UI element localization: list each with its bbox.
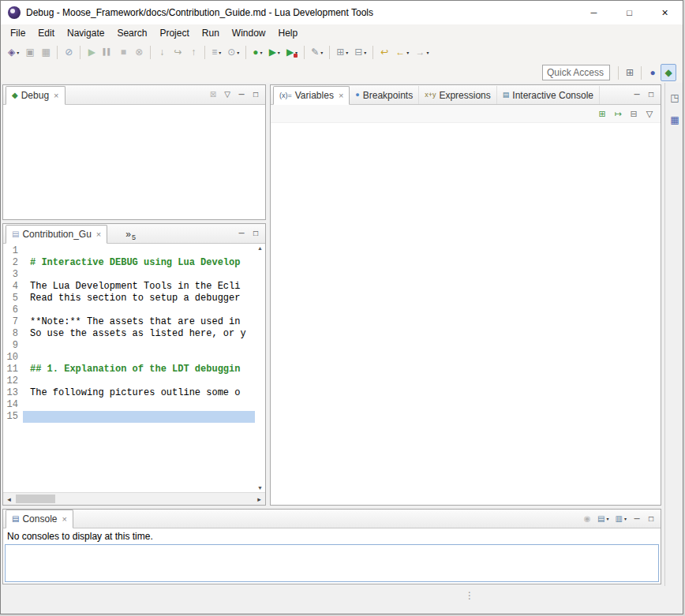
save-icon[interactable]: ▣	[22, 43, 38, 61]
disconnect-icon[interactable]: ⊗	[131, 43, 147, 61]
editor-line[interactable]: 8So use the assets as listed here, or y	[3, 328, 255, 340]
run-external-tools-icon[interactable]: ▶▾	[283, 43, 301, 61]
save-all-icon[interactable]: ▦	[38, 43, 54, 61]
menu-help[interactable]: Help	[272, 26, 305, 40]
console-text-viewer[interactable]	[5, 544, 659, 582]
vertical-scrollbar[interactable]: ▲ ▼	[255, 244, 265, 492]
display-selected-console-icon[interactable]: ▤▾	[594, 511, 612, 527]
dropdown-arrow-icon[interactable]: ▾	[406, 50, 409, 55]
editor-line[interactable]: 2# Interactive DEBUG using Lua Develop	[3, 257, 255, 269]
skip-all-breakpoints-icon[interactable]: ⊘	[61, 43, 77, 61]
editor-line[interactable]: 4The Lua Development Tools in the Ecli	[3, 281, 255, 293]
dropdown-arrow-icon[interactable]: ▾	[219, 50, 221, 55]
ldt-perspective-icon[interactable]: ●	[645, 64, 661, 81]
tab-breakpoints[interactable]: ●Breakpoints	[350, 86, 419, 104]
forward-icon[interactable]: →▾	[412, 43, 432, 61]
dropdown-arrow-icon[interactable]: ▾	[320, 50, 323, 55]
variables-view-content[interactable]	[271, 123, 661, 505]
new-wizard-icon[interactable]: ◈▾	[5, 43, 22, 61]
run-icon[interactable]: ▶▾	[266, 43, 283, 61]
menu-navigate[interactable]: Navigate	[61, 26, 110, 40]
minimize-icon[interactable]: ─	[630, 87, 644, 103]
terminate-icon[interactable]: ■	[115, 43, 131, 61]
editor-overflow-tab[interactable]: » 5	[120, 225, 141, 243]
sash-drag-handle[interactable]: ⋮	[465, 590, 474, 601]
remove-all-terminated-icon[interactable]: ⊠	[206, 87, 220, 103]
maximize-icon[interactable]: □	[644, 87, 658, 103]
view-menu-icon[interactable]: ▽	[220, 87, 234, 103]
close-tab-icon[interactable]: ×	[339, 91, 343, 100]
next-annotation-icon[interactable]: ⊞▾	[333, 43, 351, 61]
menu-search[interactable]: Search	[110, 26, 153, 40]
scrollbar-thumb[interactable]	[16, 495, 55, 503]
tab-console[interactable]: ▤ Console ×	[6, 510, 73, 528]
step-return-icon[interactable]: ↑	[185, 43, 201, 61]
menu-file[interactable]: File	[4, 26, 32, 40]
editor-line[interactable]: 14	[3, 399, 255, 411]
view-menu-icon[interactable]: ▽	[642, 105, 657, 122]
menu-project[interactable]: Project	[153, 26, 195, 40]
close-window-button[interactable]: ×	[647, 2, 683, 24]
editor-line[interactable]: 6	[3, 304, 255, 316]
open-perspective-icon[interactable]: ⊞	[622, 64, 638, 81]
tab-debug[interactable]: ◆ Debug ×	[6, 86, 66, 105]
open-console-icon[interactable]: ▥▾	[612, 511, 630, 527]
step-over-icon[interactable]: ↪	[170, 43, 185, 61]
dropdown-arrow-icon[interactable]: ▾	[364, 50, 366, 55]
dropdown-arrow-icon[interactable]: ▾	[17, 50, 19, 55]
editor-text-area[interactable]: 12# Interactive DEBUG using Lua Develop3…	[3, 244, 255, 492]
menu-edit[interactable]: Edit	[32, 26, 61, 40]
minimize-window-button[interactable]: ─	[576, 2, 612, 24]
close-tab-icon[interactable]: ×	[54, 91, 58, 100]
minimize-icon[interactable]: ─	[630, 511, 644, 527]
debug-perspective-icon[interactable]: ◆	[661, 64, 676, 81]
mark-occurrences-icon[interactable]: ✎▾	[308, 43, 326, 61]
tab-contribution-guide[interactable]: ▤ Contribution_Gu ×	[6, 225, 107, 244]
dropdown-arrow-icon[interactable]: ▾	[346, 50, 348, 55]
scroll-right-icon[interactable]: ▸	[253, 495, 265, 503]
close-tab-icon[interactable]: ×	[96, 230, 101, 239]
editor-line[interactable]: 10	[3, 352, 255, 364]
maximize-icon[interactable]: □	[644, 511, 658, 527]
suspend-icon[interactable]: ▌▌	[99, 43, 115, 61]
editor-line[interactable]: 13The following pictures outline some o	[3, 387, 255, 399]
menu-window[interactable]: Window	[226, 26, 272, 40]
editor-line[interactable]: 11## 1. Explanation of the LDT debuggin	[3, 364, 255, 375]
tab-interactive-console[interactable]: ▤Interactive Console	[497, 86, 600, 104]
dropdown-arrow-icon[interactable]: ▾	[295, 50, 298, 55]
editor-line[interactable]: 12	[3, 375, 255, 387]
dropdown-arrow-icon[interactable]: ▾	[426, 50, 429, 55]
previous-annotation-icon[interactable]: ⊟▾	[351, 43, 369, 61]
last-edit-location-icon[interactable]: ↩	[376, 43, 392, 61]
step-into-icon[interactable]: ↓	[154, 43, 170, 61]
restore-view-icon[interactable]: ◳	[667, 89, 683, 106]
pin-console-icon[interactable]: ◉	[580, 511, 594, 527]
minimize-icon[interactable]: ─	[234, 226, 249, 241]
dropdown-arrow-icon[interactable]: ▾	[624, 516, 627, 521]
editor-line[interactable]: 9	[3, 340, 255, 352]
dropdown-arrow-icon[interactable]: ▾	[260, 50, 263, 55]
menu-run[interactable]: Run	[196, 26, 226, 40]
back-icon[interactable]: ←▾	[392, 43, 412, 61]
minimize-icon[interactable]: ─	[234, 87, 249, 103]
editor-line[interactable]: 7**Note:** The assets that are used in	[3, 316, 255, 328]
show-type-names-icon[interactable]: ⊞	[594, 105, 610, 122]
tab-variables[interactable]: (x)=Variables×	[273, 86, 350, 105]
debug-view-content[interactable]	[3, 105, 265, 219]
maximize-window-button[interactable]: □	[612, 2, 647, 24]
maximize-icon[interactable]: □	[249, 87, 263, 103]
quick-access-input[interactable]: Quick Access	[542, 65, 610, 80]
editor-line[interactable]: 15	[3, 411, 255, 423]
dropdown-arrow-icon[interactable]: ▾	[607, 516, 609, 521]
scroll-up-icon[interactable]: ▲	[257, 245, 263, 251]
close-tab-icon[interactable]: ×	[62, 514, 66, 524]
horizontal-scrollbar[interactable]: ◂ ▸	[3, 492, 265, 505]
outline-view-icon[interactable]: ▦	[667, 111, 683, 129]
maximize-icon[interactable]: □	[249, 226, 263, 241]
scroll-left-icon[interactable]: ◂	[3, 495, 15, 503]
editor-line[interactable]: 1	[3, 245, 255, 257]
scroll-down-icon[interactable]: ▼	[257, 485, 263, 491]
tab-expressions[interactable]: x+yExpressions	[419, 86, 497, 104]
editor-line[interactable]: 3	[3, 269, 255, 281]
collapse-all-icon[interactable]: ⊟	[626, 105, 642, 122]
